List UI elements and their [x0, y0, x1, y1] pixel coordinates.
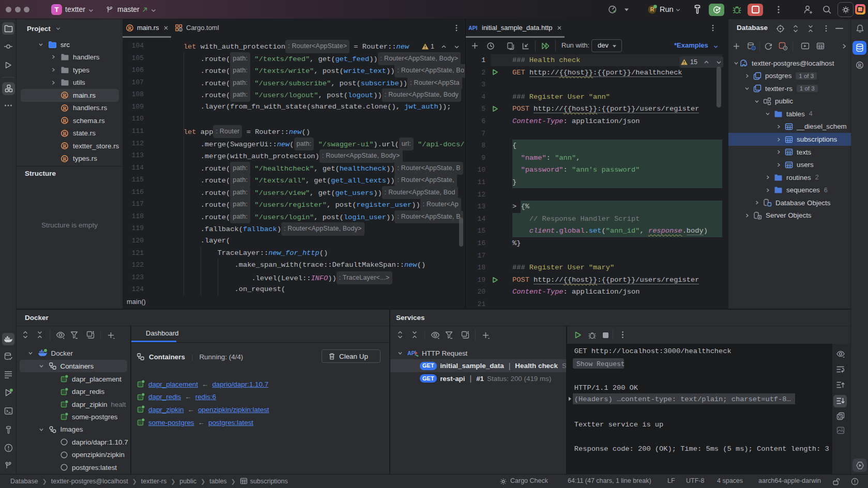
svg-text:R: R [63, 93, 67, 98]
svg-text:R: R [128, 25, 132, 30]
svg-text:R: R [63, 156, 67, 162]
svg-text:AP: AP [407, 350, 415, 356]
svg-text:API: API [468, 25, 478, 31]
svg-text:R: R [63, 105, 67, 111]
svg-text:R: R [63, 143, 67, 149]
svg-text:R: R [179, 27, 182, 31]
svg-text:R: R [63, 118, 67, 124]
svg-text:R: R [63, 130, 67, 136]
svg-text:R: R [858, 63, 862, 68]
